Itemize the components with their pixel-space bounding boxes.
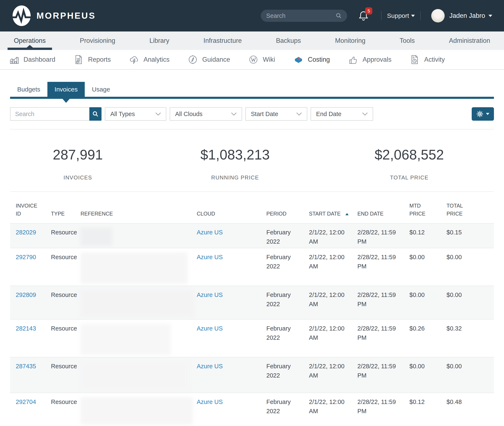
- stat-value: 287,991: [10, 147, 146, 163]
- search-input[interactable]: Search: [10, 107, 89, 121]
- invoice-id-link[interactable]: 292809: [16, 291, 36, 298]
- column-header-reference[interactable]: REFERENCE: [81, 210, 197, 218]
- cloud-link[interactable]: Azure US: [197, 291, 223, 298]
- cloud-link[interactable]: Azure US: [197, 254, 223, 260]
- tab-budgets[interactable]: Budgets: [10, 82, 47, 97]
- invoice-stats: 287,991 INVOICES $1,083,213 RUNNING PRIC…: [10, 129, 494, 192]
- redacted-reference: [81, 228, 191, 246]
- main-nav-item-library[interactable]: Library: [148, 31, 171, 50]
- column-header-start-date[interactable]: START DATE: [309, 210, 357, 218]
- search-icon: [336, 13, 342, 19]
- cell-end-date: 2/28/22, 11:59 PM: [357, 223, 409, 248]
- cell-total-price: $0.15: [447, 223, 494, 248]
- cloud-link[interactable]: Azure US: [197, 398, 223, 405]
- main-nav-item-backups[interactable]: Backups: [274, 31, 303, 50]
- main-nav-item-administration[interactable]: Administration: [447, 31, 492, 50]
- tab-usage[interactable]: Usage: [85, 82, 117, 97]
- sub-nav-item-activity[interactable]: Activity: [409, 54, 445, 65]
- cell-invoice-id: 282029: [16, 223, 51, 248]
- cell-total-price: $0.48: [447, 393, 494, 426]
- cell-end-date: 2/28/22, 11:59 PM: [357, 357, 409, 393]
- table-row: 282029 Resource Azure US February 2022 2…: [10, 223, 494, 248]
- type-filter-value: All Types: [110, 111, 135, 118]
- costing-icon: [293, 54, 304, 65]
- global-search-input[interactable]: Search: [261, 10, 347, 22]
- table-row: 282143 Resource Azure US February 2022 2…: [10, 319, 494, 357]
- sub-nav-item-approvals[interactable]: Approvals: [348, 54, 392, 65]
- sub-nav: Dashboard Reports Analytics Guidance Wik…: [0, 50, 504, 70]
- table-body: 282029 Resource Azure US February 2022 2…: [10, 223, 494, 426]
- support-menu[interactable]: Support: [387, 12, 415, 19]
- cell-start-date: 2/1/22, 12:00 AM: [309, 357, 357, 393]
- sub-nav-item-costing[interactable]: Costing: [293, 54, 330, 65]
- header-divider: [381, 11, 382, 20]
- table-row: 292809 Resource Azure US February 2022 2…: [10, 286, 494, 319]
- main-nav-item-operations[interactable]: Operations: [12, 31, 47, 50]
- cell-type: Resource: [51, 223, 81, 248]
- cell-reference: [81, 248, 197, 286]
- table-row: 292704 Resource Azure US February 2022 2…: [10, 393, 494, 426]
- page-content: BudgetsInvoicesUsage Search All Types Al…: [0, 82, 504, 426]
- sub-nav-item-analytics[interactable]: Analytics: [129, 54, 169, 65]
- cell-mtd-price: $0.12: [409, 223, 447, 248]
- cell-reference: [81, 223, 197, 248]
- column-header-period[interactable]: PERIOD: [266, 210, 309, 218]
- invoice-id-link[interactable]: 287435: [16, 363, 36, 369]
- cell-period: February 2022: [266, 393, 309, 426]
- start-date-filter[interactable]: Start Date: [245, 107, 307, 121]
- main-nav-item-tools[interactable]: Tools: [398, 31, 416, 50]
- cell-total-price: $0.32: [447, 320, 494, 357]
- cell-cloud: Azure US: [197, 393, 266, 426]
- settings-dropdown-button[interactable]: [472, 107, 494, 121]
- redacted-reference: [81, 397, 191, 425]
- guidance-icon: [188, 54, 198, 65]
- morpheus-logo[interactable]: MORPHEUS: [12, 5, 96, 27]
- activity-icon: [409, 54, 420, 65]
- sub-nav-item-wiki[interactable]: Wiki: [248, 54, 275, 65]
- sub-nav-item-guidance[interactable]: Guidance: [188, 54, 230, 65]
- cloud-link[interactable]: Azure US: [197, 325, 223, 332]
- invoice-id-link[interactable]: 292704: [16, 398, 36, 405]
- type-filter-select[interactable]: All Types: [105, 107, 166, 121]
- chevron-down-icon: [489, 15, 492, 17]
- main-nav-item-provisioning[interactable]: Provisioning: [78, 31, 117, 50]
- cell-type: Resource: [51, 286, 81, 319]
- user-menu[interactable]: Jaden Jabro: [449, 12, 492, 20]
- search-button[interactable]: [89, 107, 102, 121]
- cell-period: February 2022: [266, 248, 309, 286]
- column-header-cloud[interactable]: CLOUD: [197, 210, 266, 218]
- cloud-link[interactable]: Azure US: [197, 363, 223, 369]
- cloud-filter-value: All Clouds: [175, 111, 203, 118]
- analytics-icon: [129, 54, 139, 65]
- header-divider: [420, 11, 421, 20]
- invoices-table: INVOICE IDTYPEREFERENCECLOUDPERIODSTART …: [10, 192, 494, 426]
- column-header-total-price[interactable]: TOTAL PRICE: [447, 202, 494, 218]
- table-row: 292790 Resource Azure US February 2022 2…: [10, 248, 494, 286]
- stat-value: $2,068,552: [325, 147, 494, 163]
- column-header-end-date[interactable]: END DATE: [357, 210, 409, 218]
- column-header-type[interactable]: TYPE: [51, 210, 81, 218]
- sub-nav-item-dashboard[interactable]: Dashboard: [9, 54, 55, 65]
- main-nav-item-monitoring[interactable]: Monitoring: [334, 31, 367, 50]
- cell-cloud: Azure US: [197, 357, 266, 393]
- column-header-mtd-price[interactable]: MTD PRICE: [409, 202, 447, 218]
- chevron-down-icon: [411, 15, 415, 17]
- invoice-id-link[interactable]: 282143: [16, 325, 36, 332]
- sub-nav-item-reports[interactable]: Reports: [73, 54, 111, 65]
- end-date-filter[interactable]: End Date: [311, 107, 373, 121]
- invoice-id-link[interactable]: 292790: [16, 254, 36, 260]
- notification-badge: 5: [365, 7, 372, 14]
- notifications-button[interactable]: 5: [358, 10, 369, 21]
- cell-period: February 2022: [266, 320, 309, 357]
- avatar[interactable]: [431, 9, 445, 22]
- cloud-filter-select[interactable]: All Clouds: [170, 107, 242, 121]
- reports-icon: [73, 54, 84, 65]
- column-header-invoice-id[interactable]: INVOICE ID: [16, 202, 51, 218]
- cell-reference: [81, 286, 197, 319]
- main-nav-item-infrastructure[interactable]: Infrastructure: [202, 31, 244, 50]
- search-placeholder: Search: [15, 111, 35, 118]
- tab-invoices[interactable]: Invoices: [47, 82, 85, 99]
- cell-end-date: 2/28/22, 11:59 PM: [357, 248, 409, 286]
- invoice-id-link[interactable]: 282029: [16, 229, 36, 236]
- cloud-link[interactable]: Azure US: [197, 229, 223, 236]
